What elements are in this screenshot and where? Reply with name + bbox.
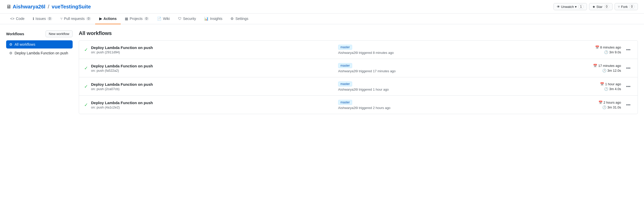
time-ago-text: 2 hours ago: [604, 101, 621, 104]
workflow-time: 📅 2 hours ago 🕐 3m 31.0s: [585, 101, 621, 109]
duration-text: 3m 4.0s: [609, 87, 621, 91]
time-ago: 📅 1 hour ago: [600, 82, 621, 86]
clock-icon: 🕐: [602, 69, 606, 72]
tab-actions-label: Actions: [104, 17, 117, 21]
eye-icon: 👁: [557, 5, 560, 9]
tab-wiki-label: Wiki: [163, 17, 170, 21]
success-icon: ✓: [84, 47, 88, 53]
branch-badge[interactable]: master: [338, 63, 352, 68]
code-icon: <>: [10, 17, 14, 21]
chevron-down-icon: ▾: [575, 5, 577, 9]
more-button[interactable]: •••: [624, 65, 632, 71]
sidebar-item-deploy-lambda[interactable]: ⚙ Deploy Lambda Function on push: [6, 49, 73, 57]
workflow-info: Deploy Lambda Function on push on: push …: [91, 101, 335, 109]
workflow-time: 📅 17 minutes ago 🕐 3m 12.0s: [585, 64, 621, 72]
issues-icon: ℹ: [33, 17, 34, 21]
table-row[interactable]: ✓ Deploy Lambda Function on push on: pus…: [79, 96, 638, 114]
repo-title: 🖥 Aishwarya26l / vueTestingSuite: [6, 4, 91, 10]
workflow-time: 📅 8 minutes ago 🕐 3m 9.0s: [585, 45, 621, 54]
actions-icon: ▶: [99, 17, 102, 21]
sidebar-item-deploy-lambda-label: Deploy Lambda Function on push: [15, 51, 68, 55]
time-ago: 📅 2 hours ago: [598, 101, 621, 104]
more-button[interactable]: •••: [624, 102, 632, 108]
projects-icon: ▦: [125, 17, 128, 21]
tab-wiki[interactable]: 📄 Wiki: [153, 14, 174, 24]
repo-icon: 🖥: [6, 4, 13, 9]
fork-label: Fork: [621, 5, 628, 9]
tab-insights[interactable]: 📊 Insights: [200, 14, 226, 24]
duration: 🕐 3m 4.0s: [604, 87, 621, 91]
duration: 🕐 3m 9.0s: [604, 50, 621, 54]
workflow-commit: on: push (4a1c2e2): [91, 105, 335, 109]
repo-link[interactable]: vueTestingSuite: [52, 4, 91, 9]
sidebar-item-all-workflows-label: All workflows: [15, 42, 35, 46]
owner-link[interactable]: Aishwarya26l: [13, 4, 46, 9]
duration: 🕐 3m 31.0s: [602, 105, 621, 109]
nav-tabs: <> Code ℹ Issues 0 ⑂ Pull requests 0 ▶ A…: [0, 14, 644, 24]
workflow-name: Deploy Lambda Function on push: [91, 45, 335, 50]
tab-actions[interactable]: ▶ Actions: [95, 14, 121, 24]
workflow-time: 📅 1 hour ago 🕐 3m 4.0s: [585, 82, 621, 91]
sidebar-title: Workflows: [6, 32, 24, 36]
tab-projects[interactable]: ▦ Projects 0: [121, 14, 153, 24]
wiki-icon: 📄: [157, 17, 161, 21]
duration: 🕐 3m 12.0s: [602, 69, 621, 72]
unwatch-count: 1: [578, 5, 584, 9]
workflow-trigger: master Aishwarya26l triggered 8 minutes …: [338, 45, 582, 55]
star-count: 0: [604, 5, 609, 9]
table-row[interactable]: ✓ Deploy Lambda Function on push on: pus…: [79, 59, 638, 77]
tab-pull-requests[interactable]: ⑂ Pull requests 0: [56, 14, 95, 24]
star-label: Star: [596, 5, 603, 9]
workflows-title: All workflows: [79, 30, 638, 36]
tab-issues[interactable]: ℹ Issues 0: [29, 14, 56, 24]
tab-code[interactable]: <> Code: [6, 14, 29, 24]
workflow-actor: Aishwarya26l triggered 17 minutes ago: [338, 69, 582, 73]
workflow-name: Deploy Lambda Function on push: [91, 101, 335, 105]
time-ago-text: 8 minutes ago: [600, 45, 621, 49]
branch-badge[interactable]: master: [338, 100, 352, 105]
clock-icon: 🕐: [604, 50, 608, 54]
success-icon: ✓: [84, 65, 88, 71]
repo-actions: 👁 Unwatch ▾ 1 ★ Star 0 ⑂ Fork 0: [553, 3, 638, 10]
unwatch-button[interactable]: 👁 Unwatch ▾ 1: [553, 3, 587, 10]
workflow-trigger: master Aishwarya26l triggered 17 minutes…: [338, 63, 582, 73]
workflows-list: ✓ Deploy Lambda Function on push on: pus…: [79, 40, 638, 114]
table-row[interactable]: ✓ Deploy Lambda Function on push on: pus…: [79, 77, 638, 96]
fork-button[interactable]: ⑂ Fork 0: [615, 3, 638, 10]
security-icon: 🛡: [178, 17, 182, 21]
time-ago-text: 17 minutes ago: [598, 64, 621, 68]
tab-issues-label: Issues: [36, 17, 46, 21]
sidebar: Workflows New workflow ⚙ All workflows ⚙…: [6, 30, 73, 114]
time-ago: 📅 17 minutes ago: [593, 64, 621, 68]
tab-settings[interactable]: ⚙ Settings: [226, 14, 252, 24]
table-row[interactable]: ✓ Deploy Lambda Function on push on: pus…: [79, 41, 638, 59]
star-button[interactable]: ★ Star 0: [589, 3, 613, 10]
branch-badge[interactable]: master: [338, 81, 352, 87]
fork-icon: ⑂: [618, 5, 620, 9]
duration-text: 3m 12.0s: [607, 69, 621, 72]
branch-badge[interactable]: master: [338, 45, 352, 50]
time-ago-text: 1 hour ago: [605, 82, 621, 86]
new-workflow-button[interactable]: New workflow: [46, 30, 73, 37]
unwatch-label: Unwatch: [561, 5, 574, 9]
sidebar-header: Workflows New workflow: [6, 30, 73, 37]
success-icon: ✓: [84, 84, 88, 89]
tab-code-label: Code: [16, 17, 24, 21]
clock-icon: 🕐: [602, 105, 606, 109]
clock-icon: 🕐: [604, 87, 608, 91]
calendar-icon: 📅: [598, 101, 603, 104]
issues-badge: 0: [47, 17, 52, 20]
sidebar-item-all-workflows[interactable]: ⚙ All workflows: [6, 40, 73, 48]
more-button[interactable]: •••: [624, 83, 632, 90]
workflow-commit: on: push (fa522a2): [91, 69, 335, 72]
workflow-commit: on: push (2ca07cb): [91, 87, 335, 91]
workflow-trigger: master Aishwarya26l triggered 1 hour ago: [338, 81, 582, 91]
pull-requests-badge: 0: [86, 17, 91, 20]
duration-text: 3m 31.0s: [607, 105, 621, 109]
more-button[interactable]: •••: [624, 46, 632, 53]
tab-security[interactable]: 🛡 Security: [174, 14, 200, 24]
separator: /: [48, 4, 49, 9]
workflow-name: Deploy Lambda Function on push: [91, 64, 335, 68]
main-content: Workflows New workflow ⚙ All workflows ⚙…: [0, 24, 644, 120]
workflow-actor: Aishwarya26l triggered 8 minutes ago: [338, 51, 582, 55]
